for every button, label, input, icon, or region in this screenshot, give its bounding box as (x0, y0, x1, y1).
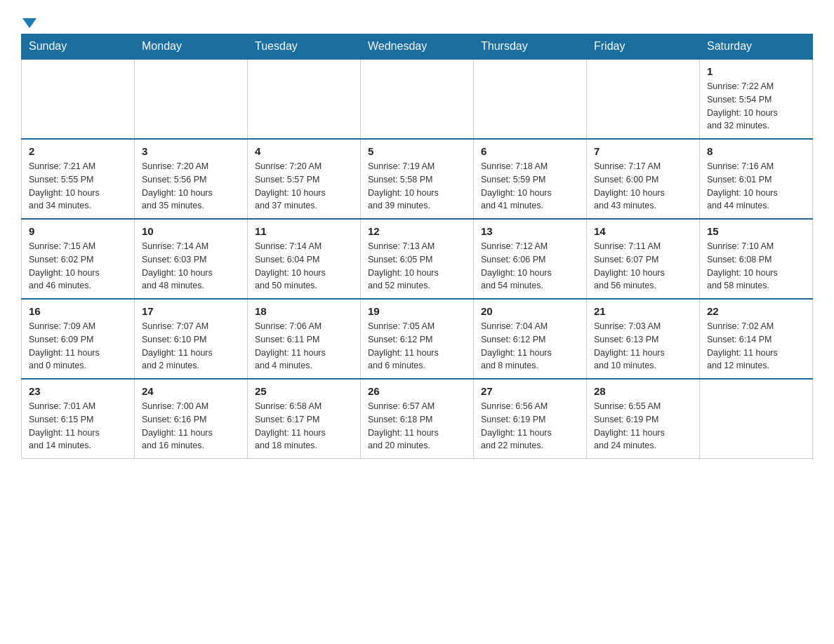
calendar-cell: 8Sunrise: 7:16 AM Sunset: 6:01 PM Daylig… (700, 139, 813, 219)
calendar-cell: 17Sunrise: 7:07 AM Sunset: 6:10 PM Dayli… (135, 299, 248, 379)
calendar-cell: 20Sunrise: 7:04 AM Sunset: 6:12 PM Dayli… (474, 299, 587, 379)
day-info: Sunrise: 7:11 AM Sunset: 6:07 PM Dayligh… (594, 240, 692, 293)
header-wednesday: Wednesday (361, 34, 474, 60)
page-header (21, 14, 813, 27)
day-number: 3 (142, 145, 240, 157)
header-friday: Friday (587, 34, 700, 60)
day-number: 21 (594, 305, 692, 317)
calendar-cell (135, 59, 248, 139)
day-info: Sunrise: 7:01 AM Sunset: 6:15 PM Dayligh… (29, 400, 127, 452)
day-number: 25 (255, 385, 353, 397)
day-number: 2 (29, 145, 127, 157)
header-monday: Monday (135, 34, 248, 60)
calendar-week-4: 16Sunrise: 7:09 AM Sunset: 6:09 PM Dayli… (22, 299, 813, 379)
calendar-cell: 26Sunrise: 6:57 AM Sunset: 6:18 PM Dayli… (361, 379, 474, 459)
header-thursday: Thursday (474, 34, 587, 60)
day-number: 11 (255, 225, 353, 237)
day-info: Sunrise: 7:21 AM Sunset: 5:55 PM Dayligh… (29, 160, 127, 213)
day-number: 19 (368, 305, 466, 317)
calendar-cell: 2Sunrise: 7:21 AM Sunset: 5:55 PM Daylig… (22, 139, 135, 219)
calendar-cell: 11Sunrise: 7:14 AM Sunset: 6:04 PM Dayli… (248, 219, 361, 299)
calendar-cell: 7Sunrise: 7:17 AM Sunset: 6:00 PM Daylig… (587, 139, 700, 219)
day-number: 28 (594, 385, 692, 397)
calendar-cell (361, 59, 474, 139)
calendar-cell (587, 59, 700, 139)
day-number: 20 (481, 305, 579, 317)
day-number: 14 (594, 225, 692, 237)
day-number: 18 (255, 305, 353, 317)
calendar-cell: 16Sunrise: 7:09 AM Sunset: 6:09 PM Dayli… (22, 299, 135, 379)
calendar-week-3: 9Sunrise: 7:15 AM Sunset: 6:02 PM Daylig… (22, 219, 813, 299)
day-number: 13 (481, 225, 579, 237)
calendar-cell: 25Sunrise: 6:58 AM Sunset: 6:17 PM Dayli… (248, 379, 361, 459)
header-tuesday: Tuesday (248, 34, 361, 60)
day-number: 1 (707, 65, 805, 77)
day-number: 23 (29, 385, 127, 397)
day-number: 22 (707, 305, 805, 317)
calendar-cell: 3Sunrise: 7:20 AM Sunset: 5:56 PM Daylig… (135, 139, 248, 219)
calendar-cell: 23Sunrise: 7:01 AM Sunset: 6:15 PM Dayli… (22, 379, 135, 459)
day-number: 26 (368, 385, 466, 397)
day-number: 4 (255, 145, 353, 157)
day-info: Sunrise: 7:17 AM Sunset: 6:00 PM Dayligh… (594, 160, 692, 213)
day-info: Sunrise: 7:16 AM Sunset: 6:01 PM Dayligh… (707, 160, 805, 213)
day-info: Sunrise: 7:10 AM Sunset: 6:08 PM Dayligh… (707, 240, 805, 293)
day-number: 27 (481, 385, 579, 397)
day-info: Sunrise: 7:19 AM Sunset: 5:58 PM Dayligh… (368, 160, 466, 213)
calendar-cell: 27Sunrise: 6:56 AM Sunset: 6:19 PM Dayli… (474, 379, 587, 459)
day-info: Sunrise: 7:06 AM Sunset: 6:11 PM Dayligh… (255, 320, 353, 373)
day-info: Sunrise: 7:15 AM Sunset: 6:02 PM Dayligh… (29, 240, 127, 293)
calendar-cell: 21Sunrise: 7:03 AM Sunset: 6:13 PM Dayli… (587, 299, 700, 379)
day-number: 24 (142, 385, 240, 397)
calendar-cell: 4Sunrise: 7:20 AM Sunset: 5:57 PM Daylig… (248, 139, 361, 219)
day-info: Sunrise: 7:05 AM Sunset: 6:12 PM Dayligh… (368, 320, 466, 373)
day-number: 8 (707, 145, 805, 157)
calendar-cell: 1Sunrise: 7:22 AM Sunset: 5:54 PM Daylig… (700, 59, 813, 139)
calendar-cell: 6Sunrise: 7:18 AM Sunset: 5:59 PM Daylig… (474, 139, 587, 219)
day-info: Sunrise: 6:58 AM Sunset: 6:17 PM Dayligh… (255, 400, 353, 452)
day-info: Sunrise: 7:22 AM Sunset: 5:54 PM Dayligh… (707, 80, 805, 133)
day-number: 16 (29, 305, 127, 317)
day-info: Sunrise: 7:12 AM Sunset: 6:06 PM Dayligh… (481, 240, 579, 293)
calendar-week-2: 2Sunrise: 7:21 AM Sunset: 5:55 PM Daylig… (22, 139, 813, 219)
day-info: Sunrise: 7:04 AM Sunset: 6:12 PM Dayligh… (481, 320, 579, 373)
header-sunday: Sunday (22, 34, 135, 60)
day-info: Sunrise: 7:13 AM Sunset: 6:05 PM Dayligh… (368, 240, 466, 293)
day-info: Sunrise: 7:20 AM Sunset: 5:57 PM Dayligh… (255, 160, 353, 213)
day-info: Sunrise: 6:55 AM Sunset: 6:19 PM Dayligh… (594, 400, 692, 452)
day-number: 12 (368, 225, 466, 237)
calendar-cell: 18Sunrise: 7:06 AM Sunset: 6:11 PM Dayli… (248, 299, 361, 379)
day-info: Sunrise: 7:02 AM Sunset: 6:14 PM Dayligh… (707, 320, 805, 373)
calendar-cell: 5Sunrise: 7:19 AM Sunset: 5:58 PM Daylig… (361, 139, 474, 219)
logo (21, 14, 37, 27)
calendar-cell (248, 59, 361, 139)
day-info: Sunrise: 6:56 AM Sunset: 6:19 PM Dayligh… (481, 400, 579, 452)
day-info: Sunrise: 7:00 AM Sunset: 6:16 PM Dayligh… (142, 400, 240, 452)
day-info: Sunrise: 7:20 AM Sunset: 5:56 PM Dayligh… (142, 160, 240, 213)
calendar-week-1: 1Sunrise: 7:22 AM Sunset: 5:54 PM Daylig… (22, 59, 813, 139)
day-number: 6 (481, 145, 579, 157)
day-number: 17 (142, 305, 240, 317)
day-number: 9 (29, 225, 127, 237)
calendar-table: SundayMondayTuesdayWednesdayThursdayFrid… (21, 34, 813, 459)
day-info: Sunrise: 7:07 AM Sunset: 6:10 PM Dayligh… (142, 320, 240, 373)
calendar-week-5: 23Sunrise: 7:01 AM Sunset: 6:15 PM Dayli… (22, 379, 813, 459)
calendar-cell: 22Sunrise: 7:02 AM Sunset: 6:14 PM Dayli… (700, 299, 813, 379)
calendar-cell (22, 59, 135, 139)
day-number: 10 (142, 225, 240, 237)
day-info: Sunrise: 7:14 AM Sunset: 6:03 PM Dayligh… (142, 240, 240, 293)
calendar-cell: 28Sunrise: 6:55 AM Sunset: 6:19 PM Dayli… (587, 379, 700, 459)
day-info: Sunrise: 7:09 AM Sunset: 6:09 PM Dayligh… (29, 320, 127, 373)
calendar-cell: 15Sunrise: 7:10 AM Sunset: 6:08 PM Dayli… (700, 219, 813, 299)
day-info: Sunrise: 6:57 AM Sunset: 6:18 PM Dayligh… (368, 400, 466, 452)
calendar-cell: 19Sunrise: 7:05 AM Sunset: 6:12 PM Dayli… (361, 299, 474, 379)
calendar-header-row: SundayMondayTuesdayWednesdayThursdayFrid… (22, 34, 813, 60)
day-info: Sunrise: 7:18 AM Sunset: 5:59 PM Dayligh… (481, 160, 579, 213)
day-info: Sunrise: 7:03 AM Sunset: 6:13 PM Dayligh… (594, 320, 692, 373)
calendar-cell (700, 379, 813, 459)
day-number: 5 (368, 145, 466, 157)
calendar-cell: 9Sunrise: 7:15 AM Sunset: 6:02 PM Daylig… (22, 219, 135, 299)
day-info: Sunrise: 7:14 AM Sunset: 6:04 PM Dayligh… (255, 240, 353, 293)
logo-arrow-icon (22, 18, 37, 28)
calendar-cell: 12Sunrise: 7:13 AM Sunset: 6:05 PM Dayli… (361, 219, 474, 299)
